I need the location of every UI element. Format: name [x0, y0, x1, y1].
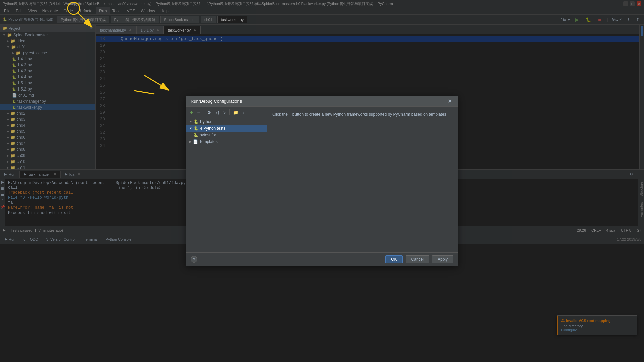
svg-point-0 — [68, 2, 80, 14]
dialog-left-panel: + − ⚙ ◁ ▷ 📁 ↕ ▼ 🐍 Python — [186, 107, 267, 252]
dialog-tree-pytest[interactable]: 🐍 pytest for — [186, 132, 267, 138]
svg-line-3 — [134, 90, 154, 94]
dialog-tree: ▼ 🐍 Python ▼ 🐍 4 Python tests 🐍 pytest f… — [186, 118, 267, 252]
help-icon: ? — [193, 257, 195, 261]
cancel-button[interactable]: Cancel — [406, 255, 429, 263]
ok-button[interactable]: OK — [385, 255, 402, 263]
pytest-icon: 🐍 — [193, 133, 198, 137]
dialog-overlay: Run/Debug Configurations ✕ + − ⚙ ◁ ▷ 📁 ↕ — [0, 0, 644, 362]
dialog-title-bar: Run/Debug Configurations ✕ — [186, 96, 458, 107]
svg-line-1 — [78, 13, 86, 21]
help-button[interactable]: ? — [191, 256, 197, 263]
dialog-toolbar: + − ⚙ ◁ ▷ 📁 ↕ — [186, 107, 267, 118]
separator — [204, 109, 204, 115]
chevron-down-icon: ▼ — [189, 127, 192, 130]
templates-icon: 📄 — [193, 139, 198, 144]
dialog-footer-buttons: OK Cancel Apply — [385, 255, 453, 263]
config-arrow-right-icon[interactable]: ▷ — [221, 109, 227, 116]
add-config-button[interactable]: + — [189, 109, 194, 116]
dialog-footer: ? OK Cancel Apply — [186, 252, 458, 266]
dialog-close-button[interactable]: ✕ — [446, 98, 453, 104]
tree-item-label: Python — [200, 119, 212, 124]
run-debug-dialog: Run/Debug Configurations ✕ + − ⚙ ◁ ▷ 📁 ↕ — [186, 96, 458, 266]
dialog-main-text: Click the + button to create a new Pytho… — [272, 112, 452, 117]
config-arrow-left-icon[interactable]: ◁ — [214, 109, 220, 116]
separator — [229, 109, 230, 115]
dialog-right-panel: Click the + button to create a new Pytho… — [267, 107, 458, 252]
dialog-title: Run/Debug Configurations — [191, 99, 242, 104]
dialog-tree-python-tests[interactable]: ▼ 🐍 4 Python tests — [186, 125, 267, 132]
tree-item-label: 4 Python tests — [200, 126, 225, 131]
config-sort-icon[interactable]: ↕ — [241, 109, 246, 116]
tree-item-label: Templates — [199, 139, 218, 144]
config-folder-icon[interactable]: 📁 — [232, 109, 240, 116]
chevron-down-icon: ▼ — [189, 120, 192, 123]
apply-button[interactable]: Apply — [432, 255, 453, 263]
dialog-body: + − ⚙ ◁ ▷ 📁 ↕ ▼ 🐍 Python — [186, 107, 458, 252]
dialog-tree-templates[interactable]: ▶ 📄 Templates — [186, 138, 267, 145]
config-settings-icon[interactable]: ⚙ — [206, 109, 213, 116]
svg-line-2 — [144, 75, 161, 85]
tree-item-label: pytest for — [200, 133, 216, 137]
chevron-right-icon: ▶ — [189, 140, 192, 143]
remove-config-button[interactable]: − — [196, 109, 201, 116]
python-tests-icon: 🐍 — [194, 126, 199, 131]
python-icon: 🐍 — [194, 119, 199, 124]
dialog-tree-python[interactable]: ▼ 🐍 Python — [186, 118, 267, 125]
